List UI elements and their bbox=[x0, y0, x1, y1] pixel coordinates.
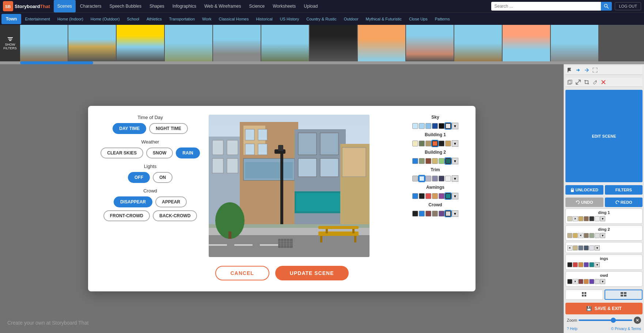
b2-color-dropdown[interactable]: ▼ bbox=[452, 158, 458, 164]
aw-swatch-3[interactable] bbox=[425, 193, 431, 199]
snow-button[interactable]: SNOW bbox=[146, 148, 173, 158]
thumbnail-10[interactable] bbox=[454, 25, 502, 61]
sky-swatch-6[interactable] bbox=[445, 123, 451, 129]
rp-b2-s3[interactable] bbox=[584, 233, 589, 238]
rp-cr-s2[interactable] bbox=[578, 279, 583, 284]
rp-cr-s5[interactable] bbox=[595, 279, 600, 284]
help-link[interactable]: ? Help bbox=[567, 327, 577, 331]
sky-swatch-2[interactable] bbox=[419, 123, 425, 129]
show-filters-button[interactable]: SHOWFILTERS bbox=[0, 25, 20, 61]
rp-trim-s1[interactable] bbox=[573, 245, 578, 250]
b1-swatch-3[interactable] bbox=[425, 141, 431, 146]
category-town-active[interactable]: Town bbox=[1, 14, 21, 24]
rp-b1-x[interactable]: ✕ bbox=[573, 216, 578, 221]
b2-swatch-4[interactable] bbox=[432, 158, 438, 164]
b2-swatch-6[interactable] bbox=[445, 158, 451, 164]
back-crowd-button[interactable]: BACK-CROWD bbox=[153, 210, 197, 221]
lights-off-button[interactable]: OFF bbox=[128, 172, 150, 183]
rp-aw-s3[interactable] bbox=[578, 262, 583, 267]
sky-swatch-5[interactable] bbox=[439, 123, 444, 129]
rp-b1-s5[interactable] bbox=[595, 216, 600, 221]
nav-web-wireframes[interactable]: Web & Wireframes bbox=[201, 0, 245, 12]
trim-color-dropdown[interactable]: ▼ bbox=[452, 175, 458, 182]
scroll-thumb[interactable] bbox=[20, 61, 93, 64]
b1-swatch-5[interactable] bbox=[439, 141, 444, 146]
thumbnail-9[interactable] bbox=[406, 25, 454, 61]
expand-icon[interactable] bbox=[591, 66, 599, 74]
arrow-right-icon[interactable] bbox=[575, 66, 582, 74]
aw-swatch-2[interactable] bbox=[419, 193, 425, 199]
rain-button[interactable]: RAIN bbox=[176, 148, 200, 158]
undo-button[interactable]: UNDO bbox=[565, 198, 603, 207]
category-transportation[interactable]: Transportation bbox=[166, 14, 199, 24]
list-view-button[interactable] bbox=[605, 290, 643, 300]
category-patterns[interactable]: Patterns bbox=[431, 14, 454, 24]
category-entertainment[interactable]: Entertainment bbox=[21, 14, 53, 24]
trim-swatch-4[interactable] bbox=[432, 176, 438, 181]
thumbnail-7[interactable] bbox=[310, 25, 357, 61]
aw-swatch-5[interactable] bbox=[439, 193, 444, 199]
category-mythical-futuristic[interactable]: Mythical & Futuristic bbox=[362, 14, 405, 24]
rp-aw-s1[interactable] bbox=[567, 262, 572, 267]
rp-b2-dropdown[interactable]: ▼ bbox=[600, 233, 605, 238]
sky-swatch-3[interactable] bbox=[425, 123, 431, 129]
rp-b1-s1[interactable] bbox=[567, 216, 572, 221]
trim-swatch-1[interactable] bbox=[412, 176, 418, 181]
nav-shapes[interactable]: Shapes bbox=[146, 0, 168, 12]
b2-swatch-3[interactable] bbox=[425, 158, 431, 164]
pencil-icon[interactable] bbox=[591, 79, 599, 86]
category-close-ups[interactable]: Close Ups bbox=[405, 14, 431, 24]
resize-icon[interactable] bbox=[575, 79, 582, 86]
zoom-reset-button[interactable] bbox=[634, 317, 641, 324]
category-home-outdoor[interactable]: Home (Outdoor) bbox=[87, 14, 123, 24]
search-input[interactable] bbox=[491, 2, 601, 11]
rp-b2-s1[interactable] bbox=[567, 233, 572, 238]
rp-aw-dropdown[interactable]: ▼ bbox=[595, 262, 600, 267]
cancel-button[interactable]: CANCEL bbox=[215, 266, 269, 280]
nav-infographics[interactable]: Infographics bbox=[169, 0, 200, 12]
zoom-thumb[interactable] bbox=[611, 318, 616, 323]
nav-scenes[interactable]: Scenes bbox=[54, 0, 76, 12]
category-work[interactable]: Work bbox=[198, 14, 215, 24]
filters-button[interactable]: FILTERS bbox=[605, 185, 643, 195]
cr-swatch-1[interactable] bbox=[412, 211, 418, 217]
cr-swatch-2[interactable] bbox=[419, 211, 425, 217]
rp-b1-s4[interactable] bbox=[589, 216, 594, 221]
clear-skies-button[interactable]: CLEAR SKIES bbox=[101, 148, 143, 158]
awnings-color-dropdown[interactable]: ▼ bbox=[452, 193, 458, 199]
b1-swatch-4[interactable] bbox=[432, 141, 438, 146]
front-crowd-button[interactable]: FRONT-CROWD bbox=[103, 210, 150, 221]
rp-trim-x[interactable]: ✕ bbox=[567, 245, 572, 250]
b1-color-dropdown[interactable]: ▼ bbox=[452, 140, 458, 147]
thumbnail-6[interactable] bbox=[261, 25, 309, 61]
trim-swatch-5[interactable] bbox=[439, 176, 444, 181]
privacy-link[interactable]: © Privacy & Terms bbox=[611, 327, 641, 331]
b2-swatch-1[interactable] bbox=[412, 158, 418, 164]
thumbnail-8[interactable] bbox=[358, 25, 405, 61]
day-time-button[interactable]: DAY TIME bbox=[113, 123, 146, 134]
copy-icon[interactable] bbox=[566, 79, 573, 86]
thumbnail-3[interactable] bbox=[117, 25, 164, 61]
night-time-button[interactable]: NIGHT TIME bbox=[149, 123, 187, 134]
disappear-button[interactable]: DISAPPEAR bbox=[114, 196, 152, 207]
save-exit-button[interactable]: 💾 SAVE & EXIT bbox=[565, 303, 643, 314]
zoom-slider[interactable] bbox=[579, 319, 632, 321]
rp-cr-dropdown[interactable]: ▼ bbox=[600, 279, 605, 284]
nav-speech-bubbles[interactable]: Speech Bubbles bbox=[106, 0, 145, 12]
rp-b1-s3[interactable] bbox=[584, 216, 589, 221]
nav-science[interactable]: Science bbox=[245, 0, 268, 12]
b2-swatch-2[interactable] bbox=[419, 158, 425, 164]
category-athletics[interactable]: Athletics bbox=[143, 14, 166, 24]
update-scene-button[interactable]: UPDATE SCENE bbox=[275, 266, 349, 280]
crowd-color-dropdown[interactable]: ▼ bbox=[452, 210, 458, 217]
thumbnail-12[interactable] bbox=[551, 25, 598, 61]
rp-b2-s5[interactable] bbox=[595, 233, 600, 238]
category-outdoor[interactable]: Outdoor bbox=[340, 14, 362, 24]
unlocked-button[interactable]: UNLOCKED bbox=[565, 185, 603, 195]
rp-b2-s2[interactable] bbox=[573, 233, 578, 238]
logo[interactable]: SB StoryboardThat bbox=[3, 1, 50, 11]
nav-characters[interactable]: Characters bbox=[76, 0, 105, 12]
thumbnail-2[interactable] bbox=[68, 25, 116, 61]
crop-icon[interactable] bbox=[583, 79, 590, 86]
aw-swatch-4[interactable] bbox=[432, 193, 438, 199]
